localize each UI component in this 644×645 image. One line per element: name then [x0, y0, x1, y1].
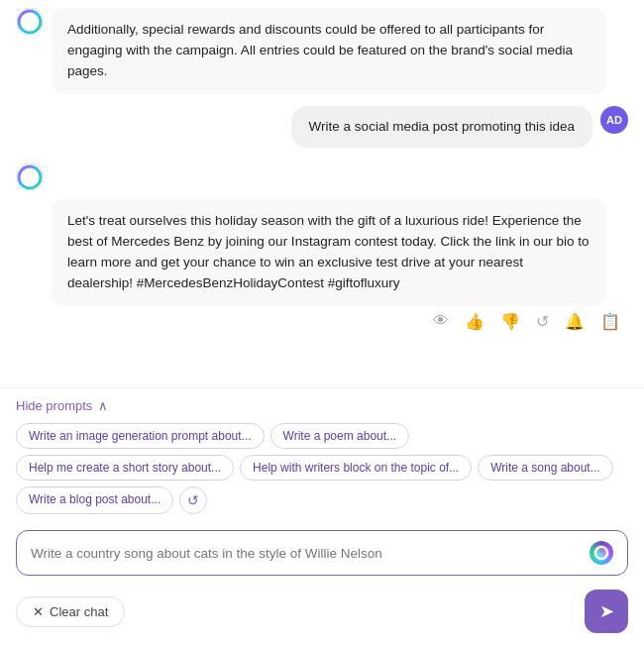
message-actions: 👁 👍 👎 ↺ 🔔 📋: [52, 306, 628, 333]
user-message-1: Write a social media post promoting this…: [16, 106, 628, 148]
input-area: [0, 522, 644, 584]
chip-5[interactable]: Write a blog post about...: [16, 486, 173, 514]
ai-avatar-2: [16, 163, 44, 191]
chip-3[interactable]: Help with writers block on the topic of.…: [240, 455, 472, 481]
hide-prompts-label: Hide prompts: [16, 398, 92, 413]
clear-chat-label: Clear chat: [50, 604, 108, 619]
thumbdown-icon[interactable]: 👎: [500, 312, 520, 331]
prompt-chips: Write an image generation prompt about..…: [0, 419, 644, 522]
chat-container: Additionally, special rewards and discou…: [0, 0, 644, 645]
clear-chat-button[interactable]: ✕ Clear chat: [16, 596, 125, 627]
hide-prompts-bar[interactable]: Hide prompts ∧: [0, 388, 644, 419]
chip-0[interactable]: Write an image generation prompt about..…: [16, 423, 265, 449]
bottom-section: Hide prompts ∧ Write an image generation…: [0, 387, 644, 645]
chip-1[interactable]: Write a poem about...: [270, 423, 410, 449]
messages-area: Additionally, special rewards and discou…: [0, 0, 644, 387]
chip-2[interactable]: Help me create a short story about...: [16, 455, 234, 481]
share-icon[interactable]: 🔔: [565, 312, 585, 331]
bottom-bar: ✕ Clear chat ➤: [0, 584, 644, 645]
refresh-icon[interactable]: ↺: [536, 312, 549, 331]
send-arrow-icon: ➤: [599, 600, 614, 622]
chevron-up-icon: ∧: [98, 398, 108, 413]
ai-bubble-1: Additionally, special rewards and discou…: [52, 8, 606, 94]
input-wrapper: [16, 530, 628, 576]
user-bubble-1: Write a social media post promoting this…: [291, 106, 592, 148]
ai-message-2-wrapper: Let's treat ourselves this holiday seaso…: [16, 199, 628, 333]
chips-refresh-icon[interactable]: ↺: [179, 486, 207, 514]
ai-message-1: Additionally, special rewards and discou…: [16, 8, 628, 94]
ai-avatar-1: [16, 8, 44, 36]
ai-avatar-row-2: [16, 163, 628, 191]
chat-input[interactable]: [31, 546, 582, 561]
x-icon: ✕: [33, 604, 44, 619]
send-button[interactable]: ➤: [585, 590, 628, 633]
eye-icon[interactable]: 👁: [433, 312, 449, 331]
thumbup-icon[interactable]: 👍: [465, 312, 484, 331]
user-avatar: AD: [600, 106, 628, 134]
chip-4[interactable]: Write a song about...: [478, 455, 613, 481]
copy-icon[interactable]: 📋: [600, 312, 620, 331]
input-logo-icon: [590, 541, 613, 565]
ai-bubble-2: Let's treat ourselves this holiday seaso…: [52, 199, 606, 306]
